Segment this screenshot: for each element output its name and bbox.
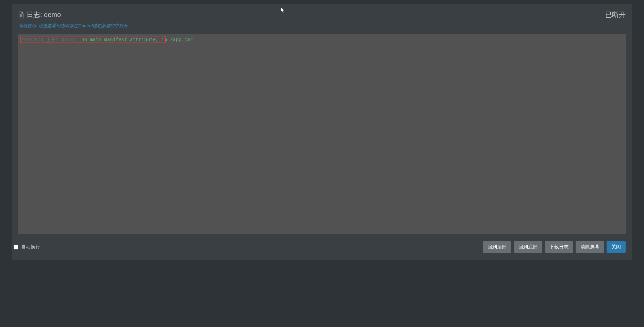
log-line: 2019/8/4 上午1:45:23 no main manifest attr… [20, 36, 624, 44]
auto-wrap-checkbox[interactable] [14, 245, 18, 249]
log-modal: 日志: demo 已断开 高级技巧: 点击查看日志时按住Control键在新窗口… [12, 4, 632, 260]
auto-wrap-label: 自动换行 [21, 244, 40, 250]
auto-wrap-toggle[interactable]: 自动换行 [14, 244, 40, 250]
modal-footer: 自动换行 回到顶部 回到底部 下载日志 清除屏幕 关闭 [12, 234, 632, 260]
footer-buttons: 回到顶部 回到底部 下载日志 清除屏幕 关闭 [483, 241, 626, 253]
scroll-bottom-button[interactable]: 回到底部 [514, 241, 542, 253]
clear-screen-button[interactable]: 清除屏幕 [576, 241, 604, 253]
title-name: demo [44, 11, 61, 18]
log-output[interactable]: 2019/8/4 上午1:45:23 no main manifest attr… [18, 34, 626, 234]
title-prefix: 日志: [27, 11, 42, 18]
connection-status: 已断开 [605, 10, 626, 19]
download-log-button[interactable]: 下载日志 [545, 241, 573, 253]
modal-header: 日志: demo 已断开 [12, 10, 632, 23]
tip-prefix: 高级技巧: [18, 23, 37, 28]
page-title: 日志: demo [27, 10, 61, 19]
document-icon [18, 12, 24, 18]
tip-line: 高级技巧: 点击查看日志时按住Control键在新窗口中打开 [12, 23, 632, 34]
close-button[interactable]: 关闭 [607, 241, 626, 253]
log-message: no main manifest attribute, in /app.jar [81, 37, 193, 43]
title-group: 日志: demo [18, 10, 61, 19]
scroll-top-button[interactable]: 回到顶部 [483, 241, 511, 253]
tip-text: 点击查看日志时按住Control键在新窗口中打开 [38, 23, 128, 28]
log-timestamp: 2019/8/4 上午1:45:23 [20, 37, 76, 43]
